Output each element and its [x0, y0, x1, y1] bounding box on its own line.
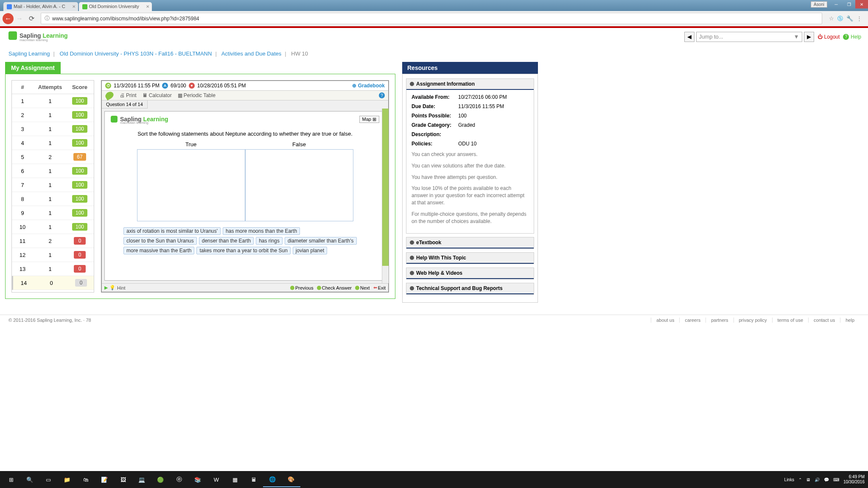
extension-icon[interactable]: 🔧 [846, 15, 853, 22]
breadcrumb: Sapling Learning| Old Dominion Universit… [0, 45, 868, 62]
scrollbar[interactable] [382, 109, 389, 283]
question-tab[interactable]: Question 14 of 14 [102, 100, 148, 109]
footer-help[interactable]: help [840, 318, 860, 323]
attempt-row[interactable]: 91100 [12, 206, 94, 220]
statement-chip[interactable]: has rings [256, 237, 283, 245]
true-dropzone[interactable] [137, 149, 245, 221]
close-window-button[interactable]: ✕ [855, 0, 868, 8]
calculator-button[interactable]: 🖩Calculator [143, 92, 172, 98]
print-button[interactable]: 🖨Print [120, 92, 137, 98]
forward-button[interactable]: → [14, 13, 25, 25]
statement-chip[interactable]: axis of rotation is most similar to Uran… [123, 227, 221, 235]
next-button[interactable]: Next [355, 285, 370, 290]
info-icon[interactable]: ⓘ [45, 15, 50, 22]
policies-label: Policies: [412, 141, 458, 147]
browser-tab-mail[interactable]: Mail - Holder, Alvin A. - C✕ [3, 2, 78, 11]
attempt-row[interactable]: 11100 [12, 94, 94, 108]
footer-privacy[interactable]: privacy policy [734, 318, 772, 323]
help-topic-section[interactable]: Help With This Topic [406, 253, 534, 264]
breadcrumb-home[interactable]: Sapling Learning [8, 50, 50, 57]
expand-icon [410, 256, 414, 260]
back-button[interactable]: ← [3, 13, 14, 24]
row-attempts: 1 [33, 252, 67, 258]
statement-chip[interactable]: more massive than the Earth [123, 247, 194, 254]
footer-careers[interactable]: careers [679, 318, 706, 323]
statement-chip[interactable]: has more moons than the Earth [223, 227, 300, 235]
maximize-button[interactable]: ❐ [843, 0, 855, 8]
help-link[interactable]: ?Help [843, 34, 861, 40]
attempt-row[interactable]: 1310 [12, 262, 94, 276]
browser-tab-sapling[interactable]: Old Dominion University✕ [79, 2, 152, 11]
breadcrumb-current: HW 10 [291, 50, 308, 57]
attempt-row[interactable]: 31100 [12, 122, 94, 136]
attempt-row[interactable]: 71100 [12, 178, 94, 192]
map-button[interactable]: Map ⊞ [359, 116, 379, 123]
jump-next-button[interactable]: ▶ [804, 32, 814, 42]
reload-button[interactable]: ⟳ [25, 13, 37, 25]
statement-chip[interactable]: takes more than a year to orbit the Sun [196, 247, 290, 254]
hint-button[interactable]: ▶💡Hint [104, 285, 126, 290]
help-icon[interactable]: ? [379, 92, 385, 98]
row-number: 14 [13, 280, 34, 286]
close-icon[interactable]: ✕ [146, 4, 149, 9]
attempt-row[interactable]: 41100 [12, 136, 94, 150]
footer-partners[interactable]: partners [706, 318, 733, 323]
collapse-icon [410, 82, 414, 86]
url-bar[interactable]: ⓘwww.saplinglearning.com/ibiscms/mod/ibi… [41, 13, 822, 24]
attempt-row[interactable]: 61100 [12, 164, 94, 178]
breadcrumb-course[interactable]: Old Dominion University - PHYS 103N - Fa… [60, 50, 212, 57]
exit-button[interactable]: ⬅Exit [373, 285, 386, 290]
check-answer-button[interactable]: Check Answer [317, 285, 352, 290]
attempt-row[interactable]: 1210 [12, 248, 94, 262]
col-number: # [12, 84, 33, 90]
footer-terms[interactable]: terms of use [772, 318, 809, 323]
row-attempts: 1 [33, 112, 67, 118]
periodic-table-button[interactable]: ▦Periodic Table [178, 92, 216, 98]
false-dropzone[interactable] [245, 149, 353, 221]
attempt-row[interactable]: 21100 [12, 108, 94, 122]
printer-icon: 🖨 [120, 92, 125, 98]
life-icon: ♥ [189, 83, 195, 89]
statement-chip[interactable]: closer to the Sun than Uranus [123, 237, 197, 245]
false-label: False [245, 141, 353, 148]
skype-icon[interactable]: Ⓢ [837, 15, 843, 22]
close-icon[interactable]: ✕ [72, 4, 76, 9]
logout-link[interactable]: ⏻Logout [818, 34, 840, 40]
row-number: 7 [12, 182, 33, 188]
row-number: 8 [12, 196, 33, 202]
attempt-row[interactable]: 81100 [12, 192, 94, 206]
row-number: 11 [12, 238, 33, 244]
row-number: 12 [12, 252, 33, 258]
attempt-row[interactable]: 1120 [12, 234, 94, 248]
help-icon: ? [843, 34, 849, 40]
tech-support-section[interactable]: Technical Support and Bug Reports [406, 283, 534, 294]
row-attempts: 1 [33, 196, 67, 202]
attempts-table: # Attempts Score 11100211003110041100526… [11, 80, 94, 293]
menu-icon[interactable]: ⋮ [857, 15, 862, 22]
previous-button[interactable]: Previous [290, 285, 314, 290]
row-number: 10 [12, 224, 33, 230]
jump-select[interactable]: Jump to... ▼ [696, 32, 802, 42]
web-help-section[interactable]: Web Help & Videos [406, 268, 534, 279]
jump-prev-button[interactable]: ◀ [684, 32, 694, 42]
footer-about[interactable]: about us [651, 318, 679, 323]
statement-chip[interactable]: jovian planet [293, 247, 327, 254]
question-panel: ⏱11/3/2016 11:55 PM A69/100 ♥10/28/2016 … [101, 80, 389, 293]
row-attempts: 1 [33, 266, 67, 272]
minimize-button[interactable]: ─ [830, 0, 843, 8]
statement-chip[interactable]: diameter smaller than Earth's [285, 237, 357, 245]
footer-contact[interactable]: contact us [808, 318, 840, 323]
statement-chip[interactable]: denser than the Earth [199, 237, 254, 245]
col-attempts: Attempts [33, 84, 67, 90]
attempt-row[interactable]: 5267 [12, 150, 94, 164]
question-prompt: Sort the following statements about Nept… [111, 131, 379, 137]
star-icon[interactable]: ☆ [829, 15, 834, 22]
assignment-info-section[interactable]: Assignment Information [406, 79, 534, 90]
attempt-row[interactable]: 1400 [12, 276, 94, 290]
row-attempts: 2 [33, 238, 67, 244]
etextbook-section[interactable]: eTextbook [406, 237, 534, 248]
breadcrumb-activities[interactable]: Activities and Due Dates [221, 50, 282, 57]
attempt-row[interactable]: 101100 [12, 220, 94, 234]
gradebook-link[interactable]: ⊕Gradebook [352, 83, 385, 89]
asoni-badge[interactable]: Asoni [811, 1, 827, 8]
